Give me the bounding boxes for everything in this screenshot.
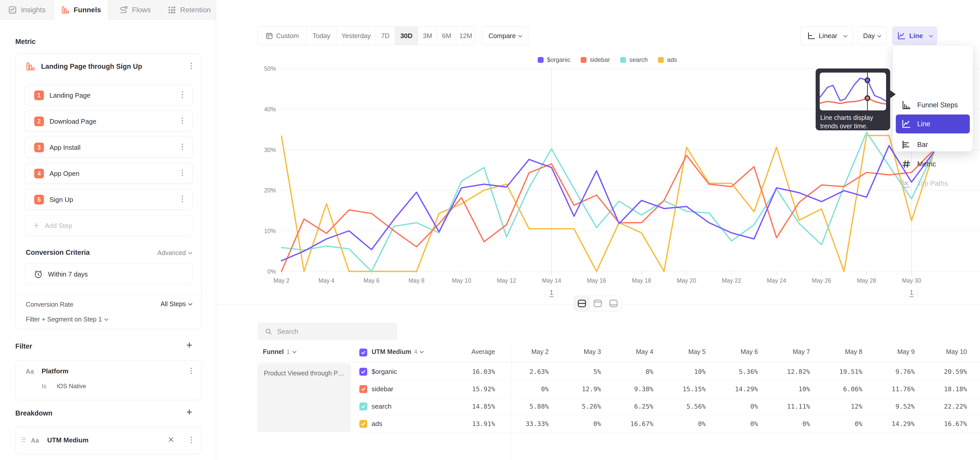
- tab-funnels[interactable]: Funnels: [54, 0, 108, 20]
- chart-type-dropdown[interactable]: Line: [892, 27, 937, 45]
- search-input[interactable]: Search: [258, 323, 397, 340]
- funnel-col-label: Funnel: [263, 348, 284, 356]
- row-checkbox-search[interactable]: [360, 402, 367, 410]
- row-label: $organic: [372, 368, 397, 376]
- date-range-custom[interactable]: Custom: [258, 27, 307, 45]
- breakdown-kebab-icon[interactable]: [190, 437, 192, 443]
- funnel-step-4[interactable]: 4 App Open: [25, 163, 192, 184]
- chart-only-view-button[interactable]: [590, 296, 606, 311]
- date-range-12m[interactable]: 12M: [456, 27, 475, 45]
- metric-section-title: Metric: [15, 38, 36, 46]
- chart-type-tooltip: Line charts display trends over time.: [816, 69, 890, 130]
- cell-value: 14.29%: [871, 420, 915, 428]
- step-label: Landing Page: [49, 91, 90, 99]
- view-toggle: [574, 295, 622, 311]
- row-checkbox-sidebar[interactable]: [360, 385, 367, 393]
- scale-dropdown[interactable]: Linear: [800, 27, 853, 45]
- search-icon: [265, 328, 272, 335]
- date-range-7d[interactable]: 7D: [376, 27, 395, 45]
- select-all-checkbox[interactable]: [360, 348, 367, 356]
- all-steps-dropdown[interactable]: All Steps: [161, 300, 192, 308]
- x-axis-tick-label: May 24: [767, 277, 786, 284]
- cell-value: 0%: [767, 420, 810, 428]
- breakdown-column-header[interactable]: UTM Medium 4: [372, 348, 423, 356]
- row-separator: [355, 398, 980, 398]
- tab-insights[interactable]: Insights: [0, 0, 54, 20]
- filter-operator[interactable]: Is: [41, 383, 46, 390]
- cell-value: 11.76%: [871, 385, 915, 393]
- step-number-badge: 3: [34, 142, 44, 152]
- metric-kebab-icon[interactable]: [190, 62, 192, 69]
- funnel-column-header[interactable]: Funnel 1: [263, 348, 296, 356]
- conversion-window-box[interactable]: Within 7 days: [25, 264, 192, 284]
- cell-value: 9.76%: [871, 368, 915, 375]
- row-checkbox-organic[interactable]: [360, 368, 367, 376]
- add-step-button[interactable]: + Add Step: [25, 215, 192, 236]
- menu-item-line[interactable]: Line: [896, 115, 970, 133]
- date-range-6m[interactable]: 6M: [437, 27, 456, 45]
- step-kebab-icon[interactable]: [181, 170, 183, 176]
- funnel-step-1[interactable]: 1 Landing Page: [25, 85, 192, 105]
- row-checkbox-ads[interactable]: [360, 420, 367, 428]
- funnel-step-3[interactable]: 3 App Install: [25, 137, 192, 158]
- menu-item-bar[interactable]: Bar: [896, 136, 970, 154]
- advanced-dropdown[interactable]: Advanced: [158, 249, 192, 257]
- date-column-header: May 6: [714, 348, 758, 356]
- date-range-3m[interactable]: 3M: [418, 27, 437, 45]
- remove-breakdown-icon[interactable]: [168, 436, 174, 443]
- cell-value: 5.36%: [714, 368, 758, 375]
- chevron-down-icon: [518, 33, 522, 37]
- clock-icon: [34, 270, 43, 279]
- chevron-down-icon: [104, 317, 108, 321]
- tab-retention[interactable]: Retention: [162, 0, 216, 20]
- funnel-name-cell[interactable]: Product Viewed through P…: [257, 363, 351, 432]
- step-kebab-icon[interactable]: [181, 118, 183, 124]
- filter-value[interactable]: iOS Native: [57, 383, 86, 390]
- cell-value: 16.67%: [610, 420, 653, 428]
- tab-flows[interactable]: Flows: [108, 0, 162, 20]
- funnel-step-2[interactable]: 2 Download Page: [25, 111, 192, 132]
- step-kebab-icon[interactable]: [181, 196, 183, 202]
- breakdown-col-label: UTM Medium: [372, 348, 411, 356]
- tab-label: Retention: [180, 6, 211, 14]
- step-label: App Open: [49, 170, 80, 177]
- average-value: 15.92%: [452, 385, 495, 393]
- menu-item-label: Top Paths: [917, 180, 948, 188]
- cell-value: 33.33%: [505, 420, 549, 428]
- split-view-button[interactable]: [574, 296, 590, 311]
- funnel-col-count: 1: [286, 348, 290, 356]
- add-breakdown-button[interactable]: +: [186, 407, 192, 417]
- chevron-down-icon: [843, 33, 847, 37]
- chart-type-label: Line: [909, 32, 923, 40]
- x-axis-tick-label: May 30: [902, 277, 921, 284]
- menu-item-metric[interactable]: Metric: [896, 155, 970, 173]
- filter-card[interactable]: Aa Platform Is iOS Native: [15, 360, 202, 400]
- date-range-label: Today: [313, 32, 330, 40]
- add-step-label: Add Step: [45, 222, 72, 230]
- interval-dropdown[interactable]: Day: [857, 27, 886, 45]
- menu-item-funnel-steps[interactable]: Funnel Steps: [896, 96, 970, 114]
- step-kebab-icon[interactable]: [181, 144, 183, 150]
- cell-value: 0%: [819, 420, 862, 428]
- table-only-view-button[interactable]: [606, 296, 621, 311]
- date-range-30d[interactable]: 30D: [395, 27, 418, 45]
- breakdown-card[interactable]: Aa UTM Medium: [15, 427, 202, 454]
- x-axis-tick-label: May 4: [318, 277, 334, 284]
- date-range-today[interactable]: Today: [307, 27, 337, 45]
- top-tabbar: InsightsFunnelsFlowsRetention: [0, 0, 216, 20]
- x-axis-tick-label: May 16: [587, 277, 606, 284]
- funnel-step-5[interactable]: 5 Sign Up: [25, 189, 192, 210]
- add-filter-button[interactable]: +: [186, 340, 192, 350]
- filter-segment-dropdown[interactable]: Filter + Segment on Step 1: [26, 316, 108, 323]
- chevron-down-icon: [929, 33, 933, 37]
- menu-item-label: Line: [917, 120, 930, 128]
- drag-handle-icon[interactable]: [21, 437, 26, 442]
- series-line-organic: [282, 146, 934, 261]
- step-kebab-icon[interactable]: [181, 91, 183, 98]
- date-range-yesterday[interactable]: Yesterday: [337, 27, 376, 45]
- filter-kebab-icon[interactable]: [190, 368, 192, 374]
- cell-value: 20.59%: [924, 368, 967, 375]
- filter-property: Platform: [41, 367, 68, 375]
- step-label: App Install: [49, 144, 80, 152]
- compare-button[interactable]: Compare: [482, 27, 528, 45]
